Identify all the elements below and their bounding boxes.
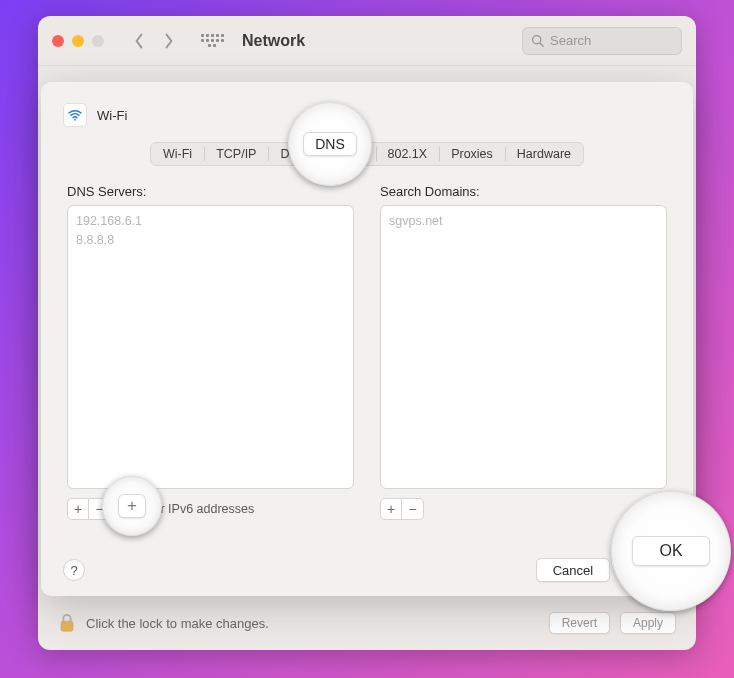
tab-tcpip[interactable]: TCP/IP [204, 143, 268, 165]
sheet-header: Wi-Fi [63, 100, 671, 130]
forward-button[interactable] [156, 28, 182, 54]
tab-8021x[interactable]: 802.1X [376, 143, 440, 165]
dns-servers-list[interactable]: 192.168.6.1 8.8.8.8 [67, 205, 354, 489]
window-traffic-lights [52, 35, 104, 47]
dns-server-item[interactable]: 192.168.6.1 [76, 212, 345, 231]
connection-name: Wi-Fi [97, 108, 127, 123]
bottom-bar: Click the lock to make changes. Revert A… [38, 596, 696, 650]
search-domains-footer: + − [380, 495, 667, 523]
zoom-window-button[interactable] [92, 35, 104, 47]
svg-rect-2 [61, 621, 73, 631]
revert-button[interactable]: Revert [549, 612, 610, 634]
dns-server-item[interactable]: 8.8.8.8 [76, 231, 345, 250]
network-advanced-sheet: Wi-Fi Wi-Fi TCP/IP DNS WINS 802.1X Proxi… [41, 82, 693, 596]
dns-servers-footer: + − IPv4 or IPv6 addresses [67, 495, 354, 523]
tab-bar: Wi-Fi TCP/IP DNS WINS 802.1X Proxies Har… [150, 142, 584, 166]
sheet-footer: ? Cancel OK [63, 546, 671, 582]
add-dns-server-button[interactable]: + [67, 498, 89, 520]
window-title: Network [242, 32, 305, 50]
dns-servers-hint: IPv4 or IPv6 addresses [125, 502, 254, 516]
close-window-button[interactable] [52, 35, 64, 47]
titlebar: Network Search [38, 16, 696, 66]
system-prefs-window: Network Search Click the lock to make ch… [38, 16, 696, 650]
svg-point-3 [74, 119, 76, 121]
lock-icon[interactable] [58, 613, 76, 633]
nav-arrows [126, 28, 182, 54]
search-domains-list[interactable]: sgvps.net [380, 205, 667, 489]
dns-servers-label: DNS Servers: [67, 184, 354, 199]
search-field[interactable]: Search [522, 27, 682, 55]
apply-button[interactable]: Apply [620, 612, 676, 634]
minimize-window-button[interactable] [72, 35, 84, 47]
tab-dns[interactable]: DNS [268, 143, 318, 165]
dns-servers-pm-group: + − [67, 498, 111, 520]
ok-button[interactable]: OK [618, 558, 671, 582]
lock-hint-text: Click the lock to make changes. [86, 616, 269, 631]
dns-servers-column: DNS Servers: 192.168.6.1 8.8.8.8 + − IPv… [67, 184, 354, 523]
tab-proxies[interactable]: Proxies [439, 143, 505, 165]
back-button[interactable] [126, 28, 152, 54]
chevron-right-icon [164, 33, 174, 49]
chevron-left-icon [134, 33, 144, 49]
search-placeholder: Search [550, 33, 591, 48]
svg-line-1 [540, 43, 543, 46]
search-domains-pm-group: + − [380, 498, 424, 520]
remove-dns-server-button[interactable]: − [89, 498, 111, 520]
show-all-button[interactable] [200, 29, 224, 53]
search-domains-label: Search Domains: [380, 184, 667, 199]
wifi-icon [63, 103, 87, 127]
search-domains-column: Search Domains: sgvps.net + − [380, 184, 667, 523]
remove-search-domain-button[interactable]: − [402, 498, 424, 520]
search-icon [531, 34, 544, 47]
search-domain-item[interactable]: sgvps.net [389, 212, 658, 231]
help-button[interactable]: ? [63, 559, 85, 581]
tab-wins[interactable]: WINS [319, 143, 376, 165]
add-search-domain-button[interactable]: + [380, 498, 402, 520]
cancel-button[interactable]: Cancel [536, 558, 610, 582]
dns-columns: DNS Servers: 192.168.6.1 8.8.8.8 + − IPv… [63, 184, 671, 523]
tab-hardware[interactable]: Hardware [505, 143, 583, 165]
tab-wifi[interactable]: Wi-Fi [151, 143, 204, 165]
